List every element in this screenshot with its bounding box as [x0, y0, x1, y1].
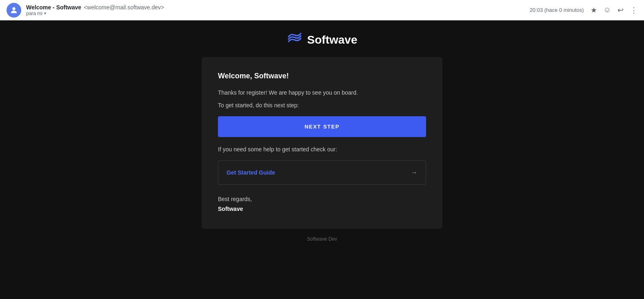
regards-line2: Softwave: [218, 204, 426, 214]
more-icon[interactable]: ⋮: [630, 6, 637, 15]
next-step-button[interactable]: NEXT STEP: [218, 116, 426, 137]
email-sender-name: Welcome - Softwave: [26, 4, 81, 11]
regards-line1: Best regards,: [218, 195, 426, 204]
reply-icon[interactable]: ↩: [617, 6, 624, 15]
softwave-logo-icon: [287, 33, 302, 47]
logo-area: Softwave: [287, 33, 358, 47]
avatar: [7, 3, 21, 18]
email-footer: Softwave Dev: [307, 236, 337, 242]
header-right: 20:03 (hace 0 minutos) ★ ☺ ↩ ⋮: [530, 6, 637, 15]
guide-arrow-icon: →: [411, 169, 417, 176]
email-body-wrapper: Softwave Welcome, Softwave! Thanks for r…: [0, 20, 644, 299]
email-subject-line: Welcome - Softwave <welcome@mail.softwav…: [26, 4, 164, 11]
email-header-bar: Welcome - Softwave <welcome@mail.softwav…: [0, 0, 644, 20]
next-step-intro: To get started, do this next step:: [218, 101, 426, 110]
guide-card[interactable]: Get Started Guide →: [218, 160, 426, 185]
best-regards: Best regards, Softwave: [218, 195, 426, 214]
email-meta: Welcome - Softwave <welcome@mail.softwav…: [26, 4, 164, 16]
email-to: para mi ▾: [26, 11, 164, 16]
emoji-icon[interactable]: ☺: [604, 6, 611, 14]
welcome-title: Welcome, Softwave!: [218, 72, 426, 80]
timestamp: 20:03 (hace 0 minutos): [530, 7, 584, 13]
email-sender-addr: <welcome@mail.softwave.dev>: [84, 4, 164, 11]
chevron-down-icon[interactable]: ▾: [44, 11, 46, 16]
logo-text: Softwave: [307, 33, 358, 47]
guide-link-text: Get Started Guide: [227, 169, 275, 176]
thanks-text: Thanks for register! We are happy to see…: [218, 89, 426, 97]
star-icon[interactable]: ★: [591, 6, 597, 15]
email-card: Welcome, Softwave! Thanks for register! …: [202, 57, 442, 229]
footer-text: Softwave Dev: [307, 236, 337, 242]
svg-point-0: [12, 7, 15, 10]
email-to-label: para mi: [26, 11, 42, 16]
help-text: If you need some help to get started che…: [218, 145, 426, 154]
